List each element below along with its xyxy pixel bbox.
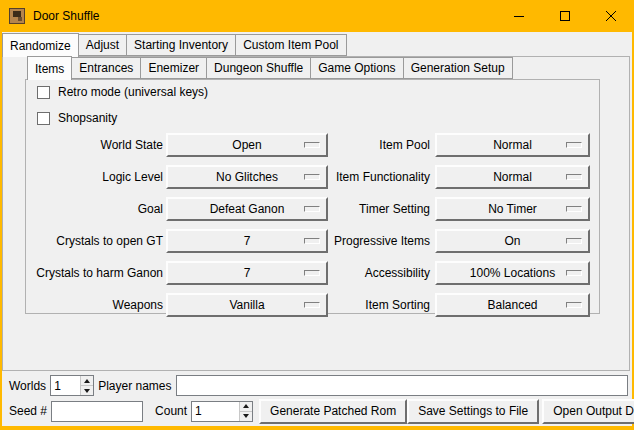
app-icon bbox=[9, 8, 25, 24]
accessibility-value: 100% Locations bbox=[470, 263, 555, 283]
tab-enemizer[interactable]: Enemizer bbox=[140, 57, 207, 79]
item-sorting-value: Balanced bbox=[487, 295, 537, 315]
tab-adjust[interactable]: Adjust bbox=[78, 34, 127, 56]
maximize-icon bbox=[560, 11, 570, 21]
tab-starting-inventory[interactable]: Starting Inventory bbox=[126, 34, 236, 56]
save-settings-button[interactable]: Save Settings to File bbox=[407, 399, 539, 424]
world-state-value: Open bbox=[232, 135, 261, 155]
world-state-dropdown[interactable]: Open bbox=[166, 133, 328, 157]
seed-input[interactable] bbox=[51, 401, 143, 422]
tab-dungeon-shuffle[interactable]: Dungeon Shuffle bbox=[206, 57, 311, 79]
tab-generation-setup[interactable]: Generation Setup bbox=[403, 57, 513, 79]
option-menu-indicator bbox=[566, 238, 582, 244]
goal-value: Defeat Ganon bbox=[210, 199, 285, 219]
retro-mode-row: Retro mode (universal keys) bbox=[37, 82, 208, 102]
weapons-dropdown[interactable]: Vanilla bbox=[166, 293, 328, 317]
main-tab-bar: Randomize Adjust Starting Inventory Cust… bbox=[2, 33, 346, 56]
sub-tab-bar: Items Entrances Enemizer Dungeon Shuffle… bbox=[27, 57, 512, 79]
logic-level-label: Logic Level bbox=[28, 165, 163, 189]
count-spinbox[interactable] bbox=[191, 401, 253, 422]
logic-level-dropdown[interactable]: No Glitches bbox=[166, 165, 328, 189]
crystals-open-gt-value: 7 bbox=[244, 231, 251, 251]
item-sorting-label: Item Sorting bbox=[326, 293, 430, 317]
weapons-value: Vanilla bbox=[229, 295, 264, 315]
open-output-directory-button[interactable]: Open Output Directory bbox=[542, 399, 634, 424]
option-menu-indicator bbox=[566, 174, 582, 180]
goal-label: Goal bbox=[28, 197, 163, 221]
crystals-open-gt-dropdown[interactable]: 7 bbox=[166, 229, 328, 253]
count-label: Count bbox=[155, 404, 187, 418]
seed-label: Seed # bbox=[9, 404, 47, 418]
minimize-icon bbox=[514, 11, 524, 21]
count-spin-up[interactable] bbox=[240, 402, 252, 411]
crystals-harm-ganon-value: 7 bbox=[244, 263, 251, 283]
items-pane: Retro mode (universal keys) Shopsanity W… bbox=[25, 79, 600, 314]
option-menu-indicator bbox=[304, 270, 320, 276]
generation-row: Seed # Count Generate Patched Rom Save S… bbox=[9, 398, 628, 424]
option-menu-indicator bbox=[304, 238, 320, 244]
option-menu-indicator bbox=[566, 302, 582, 308]
tab-game-options[interactable]: Game Options bbox=[310, 57, 403, 79]
crystals-harm-ganon-dropdown[interactable]: 7 bbox=[166, 261, 328, 285]
maximize-button[interactable] bbox=[542, 0, 588, 32]
world-state-label: World State bbox=[28, 133, 163, 157]
timer-setting-label: Timer Setting bbox=[326, 197, 430, 221]
app-window: Door Shuffle Randomize Adjust Starting I… bbox=[0, 0, 634, 430]
option-menu-indicator bbox=[566, 142, 582, 148]
worlds-spinbox[interactable] bbox=[50, 375, 94, 396]
tab-randomize[interactable]: Randomize bbox=[2, 33, 79, 57]
window-title: Door Shuffle bbox=[33, 0, 100, 32]
close-icon bbox=[606, 11, 616, 21]
minimize-button[interactable] bbox=[496, 0, 542, 32]
count-spin-buttons bbox=[239, 402, 252, 421]
player-names-input[interactable] bbox=[176, 375, 629, 396]
item-pool-label: Item Pool bbox=[326, 133, 430, 157]
crystals-open-gt-label: Crystals to open GT bbox=[28, 229, 163, 253]
shopsanity-row: Shopsanity bbox=[37, 108, 117, 128]
close-button[interactable] bbox=[588, 0, 634, 32]
tab-items[interactable]: Items bbox=[27, 56, 72, 80]
progressive-items-label: Progressive Items bbox=[326, 229, 430, 253]
option-menu-indicator bbox=[566, 206, 582, 212]
multiworld-row: Worlds Player names bbox=[9, 375, 628, 396]
accessibility-label: Accessibility bbox=[326, 261, 430, 285]
weapons-label: Weapons bbox=[28, 293, 163, 317]
item-functionality-dropdown[interactable]: Normal bbox=[435, 165, 590, 189]
crystals-harm-ganon-label: Crystals to harm Ganon bbox=[28, 261, 163, 285]
tab-custom-item-pool[interactable]: Custom Item Pool bbox=[235, 34, 346, 56]
option-menu-indicator bbox=[304, 206, 320, 212]
player-names-label: Player names bbox=[98, 379, 171, 393]
spin-up-arrow bbox=[84, 379, 90, 383]
option-menu-indicator bbox=[304, 142, 320, 148]
progressive-items-dropdown[interactable]: On bbox=[435, 229, 590, 253]
spin-down-arrow bbox=[84, 389, 90, 393]
retro-mode-checkbox[interactable] bbox=[37, 86, 50, 99]
progressive-items-value: On bbox=[504, 231, 520, 251]
tab-entrances[interactable]: Entrances bbox=[71, 57, 141, 79]
worlds-input[interactable] bbox=[51, 376, 80, 395]
spin-down-arrow bbox=[243, 414, 249, 418]
count-input[interactable] bbox=[192, 402, 239, 421]
item-functionality-value: Normal bbox=[493, 167, 532, 187]
titlebar[interactable]: Door Shuffle bbox=[0, 0, 634, 32]
worlds-spin-up[interactable] bbox=[81, 376, 93, 385]
item-pool-value: Normal bbox=[493, 135, 532, 155]
accessibility-dropdown[interactable]: 100% Locations bbox=[435, 261, 590, 285]
shopsanity-label: Shopsanity bbox=[58, 112, 117, 125]
item-pool-dropdown[interactable]: Normal bbox=[435, 133, 590, 157]
caption-buttons bbox=[496, 0, 634, 32]
retro-mode-label: Retro mode (universal keys) bbox=[58, 86, 208, 99]
goal-dropdown[interactable]: Defeat Ganon bbox=[166, 197, 328, 221]
timer-setting-dropdown[interactable]: No Timer bbox=[435, 197, 590, 221]
count-spin-down[interactable] bbox=[240, 411, 252, 421]
client-area: Randomize Adjust Starting Inventory Cust… bbox=[2, 32, 632, 426]
worlds-label: Worlds bbox=[9, 379, 46, 393]
option-menu-indicator bbox=[566, 270, 582, 276]
logic-level-value: No Glitches bbox=[216, 167, 278, 187]
item-sorting-dropdown[interactable]: Balanced bbox=[435, 293, 590, 317]
generate-patched-rom-button[interactable]: Generate Patched Rom bbox=[259, 399, 407, 424]
shopsanity-checkbox[interactable] bbox=[37, 112, 50, 125]
timer-setting-value: No Timer bbox=[488, 199, 537, 219]
option-menu-indicator bbox=[304, 302, 320, 308]
worlds-spin-down[interactable] bbox=[81, 385, 93, 395]
